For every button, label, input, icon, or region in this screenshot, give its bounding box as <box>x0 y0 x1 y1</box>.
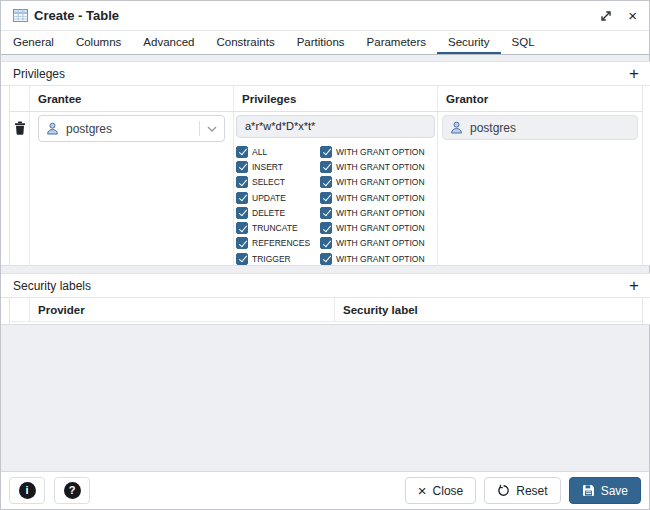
titlebar: Create - Table × <box>1 1 649 31</box>
security-labels-panel: Security labels + Provider Security labe… <box>1 273 650 325</box>
grantor-value: postgres <box>470 121 516 135</box>
info-button[interactable]: i <box>9 477 45 504</box>
tab-constraints[interactable]: Constraints <box>205 31 285 54</box>
privileges-section-title: Privileges <box>13 67 65 81</box>
checkbox-truncate-with-grant[interactable] <box>320 222 332 234</box>
tab-advanced[interactable]: Advanced <box>132 31 205 54</box>
tabbar: General Columns Advanced Constraints Par… <box>1 31 649 55</box>
checkbox-trigger[interactable] <box>236 253 248 265</box>
provider-column-header: Provider <box>30 298 335 321</box>
privilege-item-update: UPDATE WITH GRANT OPTION <box>236 190 437 205</box>
grantee-value: postgres <box>66 122 112 136</box>
checkbox-insert[interactable] <box>236 161 248 173</box>
checkbox-truncate[interactable] <box>236 222 248 234</box>
tab-general[interactable]: General <box>2 31 65 54</box>
table-icon <box>13 9 28 22</box>
close-icon[interactable]: × <box>628 8 637 23</box>
reset-icon <box>497 484 510 497</box>
delete-row-button[interactable] <box>10 112 30 266</box>
privileges-panel: Privileges + Grantee Privileges Grantor <box>1 61 650 266</box>
privilege-checkbox-list: ALL WITH GRANT OPTION INSERT <box>236 144 437 266</box>
tab-security[interactable]: Security <box>437 31 501 54</box>
privilege-item-delete: DELETE WITH GRANT OPTION <box>236 205 437 220</box>
privilege-item-insert: INSERT WITH GRANT OPTION <box>236 159 437 174</box>
checkbox-references[interactable] <box>236 237 248 249</box>
privilege-item-truncate: TRUNCATE WITH GRANT OPTION <box>236 220 437 235</box>
select-separator <box>199 121 200 136</box>
privilege-item-references: REFERENCES WITH GRANT OPTION <box>236 236 437 251</box>
grantee-select[interactable]: postgres <box>38 115 225 142</box>
save-icon <box>582 484 595 497</box>
privilege-item-trigger: TRIGGER WITH GRANT OPTION <box>236 251 437 266</box>
dialog-title: Create - Table <box>34 8 119 23</box>
footer: i ? × Close Reset <box>1 471 649 509</box>
close-x-icon: × <box>418 483 427 498</box>
add-privilege-button[interactable]: + <box>629 67 639 81</box>
tab-columns[interactable]: Columns <box>65 31 132 54</box>
reset-button[interactable]: Reset <box>484 477 560 504</box>
grantor-column-header: Grantor <box>438 86 642 111</box>
security-labels-section-title: Security labels <box>13 279 91 293</box>
create-table-dialog: Create - Table × General Columns Advance… <box>0 0 650 510</box>
privilege-item-select: SELECT WITH GRANT OPTION <box>236 175 437 190</box>
checkbox-references-with-grant[interactable] <box>320 237 332 249</box>
tab-partitions[interactable]: Partitions <box>286 31 356 54</box>
security-label-column-header: Security label <box>335 298 642 321</box>
info-icon: i <box>19 482 36 499</box>
trash-icon <box>14 121 26 266</box>
tab-sql[interactable]: SQL <box>501 31 546 54</box>
grantee-column-header: Grantee <box>30 86 234 111</box>
checkbox-trigger-with-grant[interactable] <box>320 253 332 265</box>
privileges-column-header: Privileges <box>234 86 438 111</box>
user-icon <box>450 121 463 134</box>
expand-icon[interactable] <box>600 10 612 22</box>
save-button[interactable]: Save <box>569 477 641 504</box>
checkbox-update-with-grant[interactable] <box>320 192 332 204</box>
privilege-row: postgres a*r*w*d*D*x*t* <box>10 112 642 266</box>
checkbox-all[interactable] <box>236 146 248 158</box>
security-labels-grid-header: Provider Security label <box>10 298 642 322</box>
checkbox-insert-with-grant[interactable] <box>320 161 332 173</box>
privilege-item-all: ALL WITH GRANT OPTION <box>236 144 437 159</box>
chevron-down-icon[interactable] <box>207 126 217 132</box>
privileges-string-input[interactable]: a*r*w*d*D*x*t* <box>236 115 435 138</box>
grantor-field: postgres <box>442 115 638 140</box>
tab-parameters[interactable]: Parameters <box>356 31 437 54</box>
checkbox-delete-with-grant[interactable] <box>320 207 332 219</box>
checkbox-all-with-grant[interactable] <box>320 146 332 158</box>
help-icon: ? <box>64 482 81 499</box>
close-button[interactable]: × Close <box>405 477 476 504</box>
checkbox-delete[interactable] <box>236 207 248 219</box>
privileges-grid-header: Grantee Privileges Grantor <box>10 86 642 112</box>
user-icon <box>46 122 59 135</box>
checkbox-select-with-grant[interactable] <box>320 176 332 188</box>
checkbox-select[interactable] <box>236 176 248 188</box>
help-button[interactable]: ? <box>54 477 90 504</box>
checkbox-update[interactable] <box>236 192 248 204</box>
add-security-label-button[interactable]: + <box>629 279 639 293</box>
